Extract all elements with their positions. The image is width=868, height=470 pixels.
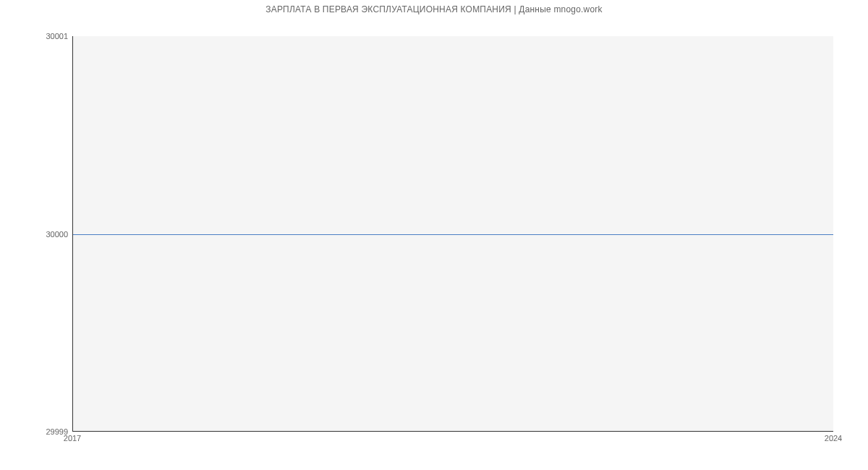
data-line	[73, 234, 833, 235]
chart-title: ЗАРПЛАТА В ПЕРВАЯ ЭКСПЛУАТАЦИОННАЯ КОМПА…	[0, 4, 868, 14]
y-tick-top: 30001	[46, 32, 68, 40]
plot-area	[72, 36, 833, 432]
y-tick-mid: 30000	[46, 230, 68, 239]
x-tick-left: 2017	[64, 434, 81, 443]
x-tick-right: 2024	[825, 434, 842, 443]
